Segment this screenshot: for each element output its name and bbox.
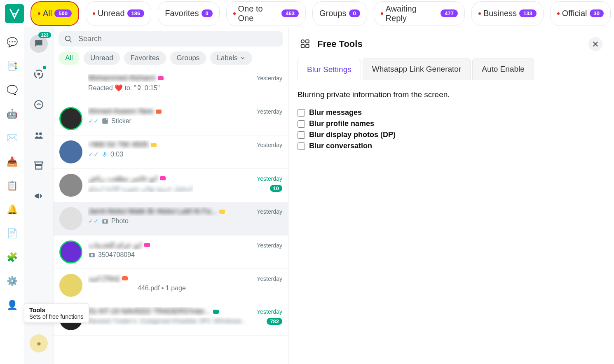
- status-icon[interactable]: [30, 65, 48, 83]
- count-badge: 463: [281, 9, 299, 17]
- filter-tab-groups[interactable]: Groups0: [312, 1, 367, 26]
- form-icon[interactable]: 📄: [6, 227, 18, 240]
- unread-dot-icon: [38, 12, 40, 15]
- chip-label: Labels: [217, 54, 237, 62]
- filter-tab-label: Unread: [98, 9, 125, 18]
- blur-checkbox[interactable]: [298, 120, 305, 128]
- chat-item[interactable]: Ahmed Aseem NewYesterday✓✓Sticker: [54, 102, 288, 135]
- chat-time: Yesterday: [257, 308, 282, 315]
- support-icon[interactable]: 👤: [6, 299, 18, 311]
- contact-name: Jamil Abdul Malik Br Abdul Latif Al Fa..…: [88, 207, 217, 216]
- avatar[interactable]: [59, 274, 82, 297]
- filter-tab-label: Official: [562, 9, 587, 18]
- tab-whatsapp-link-generator[interactable]: Whatsapp Link Generator: [363, 58, 471, 80]
- svg-rect-7: [102, 118, 108, 124]
- chat-body: ابو جاسر مطعب رياضYesterdayاستقبل خروج ن…: [88, 174, 282, 197]
- chat-time: Yesterday: [257, 75, 282, 82]
- avatar[interactable]: [59, 140, 82, 163]
- blur-checkbox[interactable]: [298, 109, 305, 117]
- camera-icon: [101, 217, 109, 225]
- gear-icon[interactable]: ⚙️: [6, 275, 18, 287]
- search-box[interactable]: [59, 31, 283, 47]
- chat-stack-icon[interactable]: 🗨️: [6, 84, 18, 96]
- chat-time: Yesterday: [257, 108, 282, 115]
- blur-option-row: Blur conversation: [298, 142, 605, 150]
- label-tag-icon: [156, 110, 162, 114]
- chats-icon[interactable]: 123: [30, 35, 48, 53]
- chip-favorites[interactable]: Favorites: [124, 51, 166, 65]
- bell-icon[interactable]: 🔔: [6, 203, 18, 216]
- svg-point-1: [37, 73, 40, 76]
- avatar[interactable]: [59, 174, 82, 197]
- chat-item[interactable]: ابو عزام للخدماتYesterday3504708094: [54, 236, 288, 269]
- count-badge: 477: [441, 9, 458, 17]
- profile-avatar[interactable]: ◉: [30, 334, 48, 352]
- multi-message-icon[interactable]: 📑: [6, 60, 18, 72]
- avatar[interactable]: [59, 74, 82, 97]
- chat-body: 01-NT-19 NAVEED TRADERS'Inter...Yesterda…: [88, 307, 282, 330]
- close-button[interactable]: [588, 37, 602, 51]
- blur-option-label: Blur profile names: [309, 119, 374, 128]
- svg-point-4: [39, 133, 42, 135]
- filter-tab-business[interactable]: Business133: [471, 1, 544, 26]
- label-tag-icon: [219, 210, 225, 214]
- bot-icon[interactable]: 🤖: [6, 108, 18, 120]
- chat-item[interactable]: ابو جاسر مطعب رياضYesterdayاستقبل خروج ن…: [54, 169, 288, 202]
- count-badge: 186: [127, 9, 145, 17]
- label-tag-icon: [158, 76, 164, 80]
- chat-item[interactable]: Mohammed AlshamiYesterdayReacted ❤️ to: …: [54, 69, 288, 102]
- tab-auto-enable[interactable]: Auto Enable: [472, 58, 534, 80]
- communities-icon[interactable]: [30, 126, 48, 144]
- chat-item[interactable]: +966 54 790 4505Yesterday✓✓0:03: [54, 135, 288, 169]
- blur-checkbox[interactable]: [298, 142, 305, 150]
- svg-rect-14: [306, 40, 309, 43]
- filter-tab-favorites[interactable]: Favorites0: [158, 1, 219, 26]
- chat-preview: Photo: [111, 217, 129, 225]
- avatar[interactable]: [59, 107, 82, 130]
- filter-tab-official[interactable]: Official30: [550, 1, 611, 26]
- avatar[interactable]: [59, 240, 82, 264]
- chat-preview: 3504708094: [98, 251, 135, 259]
- count-badge: 30: [590, 9, 604, 17]
- widgets-icon[interactable]: 🧩: [6, 251, 18, 264]
- chat-body: Ahmed Aseem NewYesterday✓✓Sticker: [88, 107, 282, 130]
- chat-body: Mohammed AlshamiYesterdayReacted ❤️ to: …: [88, 74, 282, 97]
- chat-time: Yesterday: [257, 208, 282, 215]
- camera-icon: [88, 251, 96, 259]
- filter-tab-label: All: [43, 9, 52, 18]
- read-receipt-icon: ✓✓: [88, 217, 99, 225]
- chat-bubble-icon[interactable]: 💬: [6, 36, 18, 49]
- chat-item[interactable]: اسد (You)Yesterday446.pdf • 1 page: [54, 269, 288, 302]
- panel-title: Free Tools: [317, 39, 363, 49]
- label-tag-icon: [213, 310, 219, 314]
- tools-icon: [300, 39, 311, 49]
- chip-labels[interactable]: Labels: [210, 51, 252, 65]
- chat-time: Yesterday: [257, 142, 282, 148]
- mail-icon[interactable]: ✉️: [6, 132, 18, 144]
- filter-tab-label: One to One: [238, 4, 279, 23]
- channels-icon[interactable]: [30, 96, 48, 114]
- contact-name: ابو جاسر مطعب رياض: [88, 174, 157, 183]
- chat-item[interactable]: Jamil Abdul Malik Br Abdul Latif Al Fa..…: [54, 202, 288, 236]
- tab-blur-settings[interactable]: Blur Settings: [298, 59, 361, 80]
- read-receipt-icon: ✓✓: [88, 151, 99, 158]
- read-receipt-icon: ✓✓: [88, 117, 99, 125]
- inbox-icon[interactable]: 📥: [6, 156, 18, 168]
- megaphone-icon[interactable]: [30, 187, 48, 205]
- chip-groups[interactable]: Groups: [170, 51, 206, 65]
- store-icon[interactable]: [30, 156, 48, 175]
- clipboard-icon[interactable]: 📋: [6, 180, 18, 192]
- chip-all[interactable]: All: [59, 51, 80, 65]
- avatar[interactable]: [59, 207, 82, 230]
- chip-unread[interactable]: Unread: [84, 51, 120, 65]
- filter-tab-one-to-one[interactable]: One to One463: [226, 1, 306, 26]
- search-input[interactable]: [78, 35, 277, 43]
- panel-content: Blurring private information from the sc…: [288, 80, 614, 163]
- label-tag-icon: [122, 276, 128, 280]
- filter-tab-all[interactable]: All500: [30, 1, 79, 26]
- blur-checkbox[interactable]: [298, 131, 305, 139]
- status-dot-icon: [43, 66, 46, 69]
- filter-tab-unread[interactable]: Unread186: [86, 1, 151, 26]
- tools-tooltip: Tools Sets of free functions: [24, 303, 89, 323]
- filter-tab-awaiting-reply[interactable]: Awaiting Reply477: [374, 1, 465, 26]
